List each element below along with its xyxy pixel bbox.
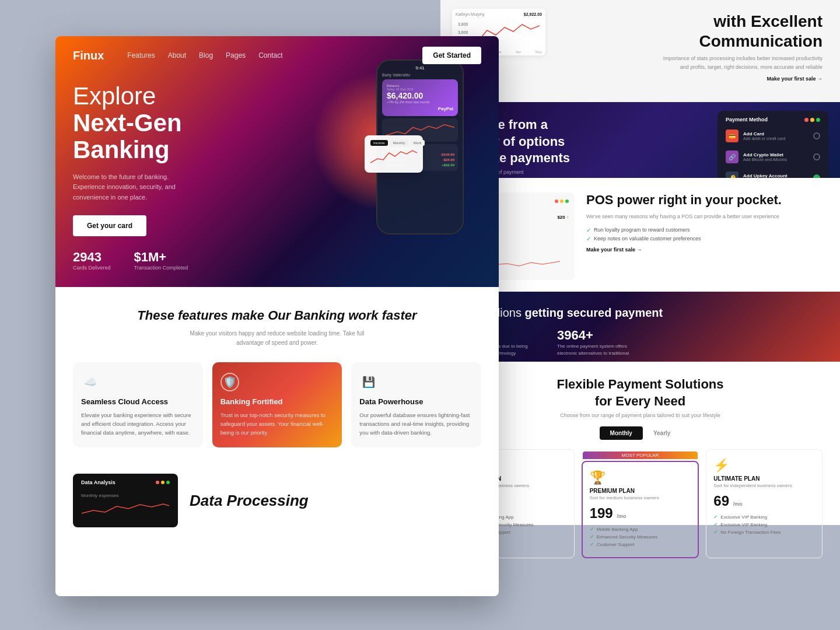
- cloud-icon: ☁️: [81, 373, 100, 391]
- stat-transactions-label: Transaction Completed: [134, 265, 188, 271]
- nav-link-pages[interactable]: Pages: [226, 51, 246, 60]
- flexible-title-line2: for Every Need: [595, 394, 685, 408]
- flexible-subtitle: Choose from our range of payment plans t…: [458, 412, 822, 418]
- pm-upkey-icon: 🔑: [726, 172, 738, 178]
- secured-stat-number-2: 3964+: [557, 328, 639, 343]
- pm-add-card-text: Add Card Add debit or credit card: [743, 131, 808, 141]
- data-analysis-card: Data Analysis Monthly expenses: [73, 474, 178, 527]
- nav-logo: Finux: [73, 49, 104, 62]
- pos-section: Loyalty System Spending trend Total Invo…: [440, 178, 840, 292]
- feature-card-cloud: ☁️ Seamless Cloud Access Elevate your ba…: [73, 362, 203, 448]
- nav-links: Features About Blog Pages Contact: [127, 51, 422, 60]
- feature-desc-banking: Trust in our top-notch security measures…: [220, 411, 334, 438]
- feature-card-data: 💾 Data Powerhouse Our powerful database …: [351, 362, 481, 448]
- hero-title-nextgen: Next-Gen: [73, 110, 195, 136]
- svg-text:3,600: 3,600: [458, 30, 468, 34]
- pm-upkey-name: Add Upkey Account: [743, 173, 808, 178]
- pos-check-1: ✓ Run loyalty program to reward customer…: [586, 227, 822, 233]
- nav-link-about[interactable]: About: [168, 51, 186, 60]
- hero-subtitle: Welcome to the future of banking. Experi…: [73, 172, 195, 203]
- premium-feature-3: ✓ Customer Support: [590, 541, 691, 547]
- feature-title-cloud: Seamless Cloud Access: [81, 397, 195, 406]
- bottom-section: Data Analysis Monthly expenses Data Proc…: [55, 462, 499, 539]
- float-tab-active: Income: [370, 140, 388, 146]
- pos-amount: $20 ↑: [557, 215, 569, 220]
- da-dot-yellow: [161, 481, 164, 484]
- premium-plan-features: ✓ Mobile Banking App ✓ Enhanced Security…: [590, 526, 691, 547]
- pos-check-text-2: Keep notes on valuable customer preferen…: [594, 236, 701, 242]
- float-card-chart: [370, 148, 417, 166]
- database-icon: 💾: [359, 373, 378, 391]
- pm-header: Payment Method: [726, 117, 820, 123]
- payment-method-card: Payment Method 💳 Add Card Add debit or c…: [718, 111, 828, 178]
- nav-link-contact[interactable]: Contact: [258, 51, 282, 60]
- pricing-card-ultimate: ⚡ ULTIMATE PLAN Sort for independent bus…: [706, 449, 822, 558]
- hero-section: Finux Features About Blog Pages Contact …: [55, 36, 499, 287]
- pm-radio-card[interactable]: [813, 132, 820, 139]
- pos-check-text-1: Run loyalty program to reward customers: [594, 227, 690, 233]
- secured-title: Join millions getting secured payment: [458, 306, 822, 320]
- premium-plan-price: 199 /mo: [590, 505, 691, 522]
- pos-link[interactable]: Make your first sale →: [586, 247, 822, 253]
- ultimate-plan-suffix: /mo: [733, 501, 743, 507]
- pm-radio-upkey[interactable]: [813, 174, 820, 178]
- right-page: Kathryn Murphy $2,922.03 3,800 3,600 3,0…: [440, 0, 840, 630]
- premium-plan-desc: Sort for medium business owners: [590, 495, 691, 501]
- da-dot-red: [156, 481, 159, 484]
- float-card-tabs: Income Monthly Work: [370, 140, 417, 146]
- ultimate-feature-3: ✓ No Foreign Transaction Fees: [713, 529, 815, 535]
- pricing-cards: 🚀 BASIC PLAN Sort for small business own…: [458, 449, 822, 558]
- pm-upkey-text: Add Upkey Account Connect your bank acco…: [743, 173, 808, 178]
- hero-title-explore: Explore: [73, 83, 195, 110]
- pricing-card-premium: MOST POPULAR 🏆 PREMIUM PLAN Sort for med…: [582, 461, 699, 558]
- main-landing-page: Finux Features About Blog Pages Contact …: [55, 36, 499, 596]
- ultimate-feature-1: ✓ Exclusive VIP Banking: [713, 514, 815, 520]
- pm-crypto-icon: 🔗: [726, 150, 738, 163]
- billing-yearly-btn[interactable]: Yearly: [643, 426, 681, 440]
- phone-paypal-label: PayPal: [387, 106, 453, 111]
- flexible-section: Flexible Payment Solutions for Every Nee…: [440, 362, 840, 525]
- pm-add-card-desc: Add debit or credit card: [743, 136, 808, 141]
- phone-balance-change: +7% by 2% from last month: [387, 100, 453, 104]
- feature-card-banking: 🛡️ Banking Fortified Trust in our top-no…: [212, 362, 342, 448]
- pm-radio-crypto[interactable]: [813, 153, 820, 160]
- secured-stats: 41% The largest adapters due to being co…: [458, 328, 822, 357]
- right-excellent-link[interactable]: Make your first sale →: [458, 76, 822, 82]
- features-section: These features make Our Banking work fas…: [55, 287, 499, 462]
- ultimate-plan-features: ✓ Exclusive VIP Banking ✓ Exclusive VIP …: [713, 514, 815, 535]
- nav-link-features[interactable]: Features: [127, 51, 155, 60]
- ultimate-plan-icon: ⚡: [713, 458, 815, 473]
- pos-desc: We've seen many reasons why having a POS…: [586, 212, 822, 220]
- hero-nav: Finux Features About Blog Pages Contact …: [55, 36, 499, 75]
- data-processing-title: Data Processing: [190, 492, 309, 510]
- da-chart: [81, 502, 170, 519]
- hero-cta-button[interactable]: Get your card: [73, 215, 146, 236]
- pos-title: POS power right in your pocket.: [586, 192, 822, 208]
- feature-desc-cloud: Elevate your banking experience with sec…: [81, 411, 195, 438]
- billing-monthly-btn[interactable]: Monthly: [600, 426, 643, 440]
- billing-toggle: Monthly Yearly: [458, 426, 822, 440]
- pos-widget-dot-green: [565, 200, 569, 203]
- pm-option-card: 💳 Add Card Add debit or credit card: [726, 127, 820, 145]
- svg-text:3,800: 3,800: [458, 22, 468, 26]
- premium-plan-name: PREMIUM PLAN: [590, 488, 691, 494]
- nav-link-blog[interactable]: Blog: [199, 51, 213, 60]
- stat-cards-number: 2943: [73, 250, 102, 264]
- premium-feature-2: ✓ Enhanced Security Measures: [590, 534, 691, 540]
- ultimate-feature-2: ✓ Exclusive VIP Banking: [713, 522, 815, 527]
- pm-dots: [804, 118, 820, 122]
- pos-check-2: ✓ Keep notes on valuable customer prefer…: [586, 236, 822, 242]
- nav-cta-button[interactable]: Get Started: [422, 47, 481, 64]
- hero-content: Explore Next-Gen Banking Welcome to the …: [73, 83, 195, 236]
- most-popular-badge: MOST POPULAR: [583, 452, 698, 459]
- pos-widget-dot-red: [555, 200, 558, 203]
- da-title: Data Analysis: [81, 480, 116, 485]
- da-label: Monthly expenses: [81, 493, 118, 498]
- pm-option-crypto: 🔗 Add Crypto Wallet Add Bitcoin and Altc…: [726, 148, 820, 166]
- right-excellent-subtitle: Importance of stats processing includes …: [659, 54, 822, 71]
- stat-cards: 2943 Cards Delivered: [73, 250, 111, 271]
- pm-title: Payment Method: [726, 117, 768, 123]
- secured-title-bold: getting secured payment: [525, 306, 663, 319]
- float-tab-monthly: Monthly: [390, 140, 408, 146]
- transaction-amount-3: +$32.00: [442, 163, 454, 167]
